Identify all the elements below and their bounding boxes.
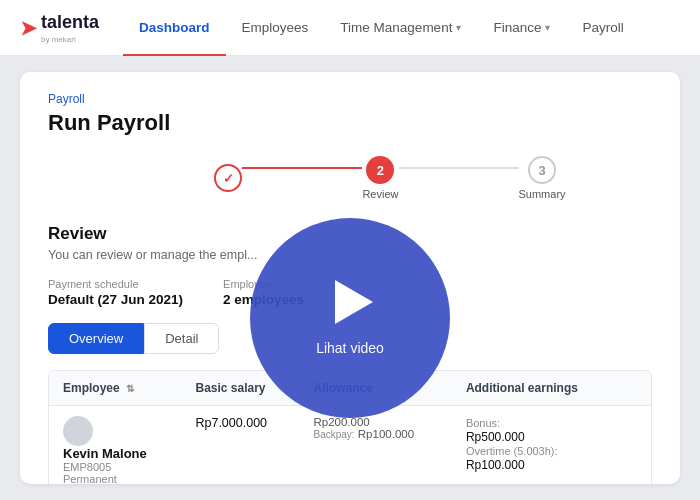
emp-id: EMP8005 xyxy=(63,461,167,473)
step-1-circle: ✓ xyxy=(214,164,242,192)
tab-detail[interactable]: Detail xyxy=(144,323,219,354)
video-overlay[interactable]: Lihat video xyxy=(250,218,450,418)
finance-dropdown-icon: ▾ xyxy=(545,22,550,33)
time-management-dropdown-icon: ▾ xyxy=(456,22,461,33)
step-3: 3 Summary xyxy=(519,156,566,200)
play-icon xyxy=(335,280,373,324)
page-title: Run Payroll xyxy=(48,110,652,136)
nav-item-employees[interactable]: Employees xyxy=(226,0,325,56)
step-line-2 xyxy=(399,167,519,169)
logo-sub: by mekari xyxy=(41,35,99,44)
col-additional-earnings: Additional earnings xyxy=(452,371,618,406)
avatar xyxy=(63,416,93,446)
col-employee: Employee ⇅ xyxy=(49,371,181,406)
nav-item-payroll[interactable]: Payroll xyxy=(566,0,639,56)
step-1: ✓ xyxy=(214,164,242,192)
logo-icon: ➤ xyxy=(20,16,37,40)
payment-schedule-info: Payment schedule Default (27 Jun 2021) xyxy=(48,278,183,307)
step-line-1 xyxy=(242,167,362,169)
basic-salary-cell: Rp7.000.000 xyxy=(181,406,299,485)
nav-item-finance[interactable]: Finance ▾ xyxy=(477,0,566,56)
breadcrumb: Payroll xyxy=(48,92,652,106)
step-2: 2 Review xyxy=(362,156,398,200)
nav-item-time-management[interactable]: Time Management ▾ xyxy=(324,0,477,56)
main-wrapper: Payroll Run Payroll ✓ 2 Review 3 Summary… xyxy=(0,56,700,500)
payment-schedule-label: Payment schedule xyxy=(48,278,183,290)
logo: ➤ talenta by mekari xyxy=(20,12,99,44)
step-3-circle: 3 xyxy=(528,156,556,184)
earnings-cell: Bonus: Rp500.000 Overtime (5.003h): Rp10… xyxy=(452,406,618,485)
payment-schedule-value: Default (27 Jun 2021) xyxy=(48,292,183,307)
emp-name: Kevin Malone xyxy=(63,446,167,461)
allowance-cell: Rp200.000 Backpay: Rp100.000 xyxy=(299,406,451,485)
video-label: Lihat video xyxy=(316,340,384,356)
step-2-circle: 2 xyxy=(366,156,394,184)
col-extra xyxy=(618,371,651,406)
stepper: ✓ 2 Review 3 Summary xyxy=(128,156,652,200)
emp-type: Permanent xyxy=(63,473,167,484)
nav-item-dashboard[interactable]: Dashboard xyxy=(123,0,226,56)
navbar: ➤ talenta by mekari Dashboard Employees … xyxy=(0,0,700,56)
nav-items: Dashboard Employees Time Management ▾ Fi… xyxy=(123,0,680,56)
content-card: Payroll Run Payroll ✓ 2 Review 3 Summary… xyxy=(20,72,680,484)
employee-cell: Kevin Malone EMP8005 Permanent xyxy=(49,406,181,485)
sort-icon-employee: ⇅ xyxy=(126,383,134,394)
tab-overview[interactable]: Overview xyxy=(48,323,144,354)
logo-text: talenta xyxy=(41,12,99,32)
step-2-label: Review xyxy=(362,188,398,200)
step-3-label: Summary xyxy=(519,188,566,200)
row-action-cell xyxy=(618,406,651,485)
